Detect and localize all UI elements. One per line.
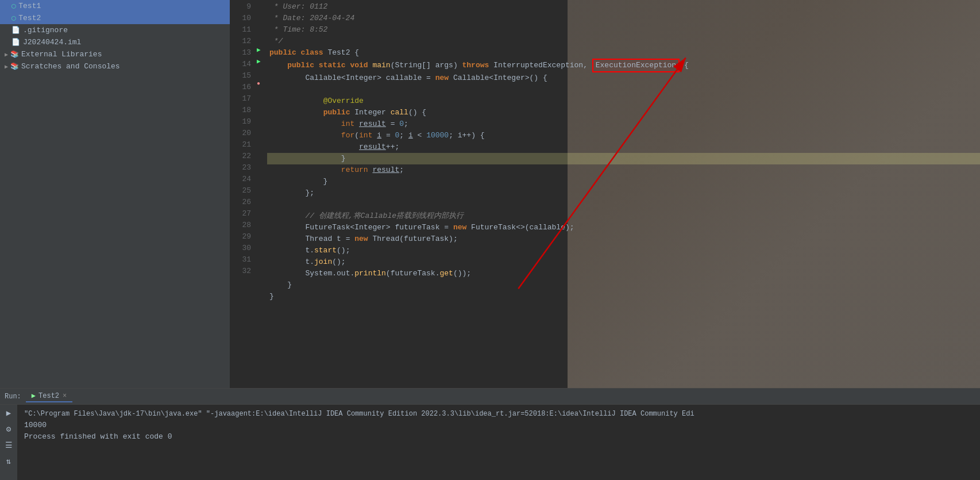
bottom-content: ▶ ⚙ ☰ ⇅ "C:\Program Files\Java\jdk-17\bi…	[0, 405, 980, 480]
console-icon: ▶	[32, 391, 36, 400]
java-file-icon: ◯	[11, 2, 16, 10]
settings-button[interactable]: ⚙	[3, 423, 14, 435]
ln-19: 19	[230, 116, 251, 128]
code-line-33: }	[267, 279, 980, 291]
file-icon-gitignore: 📄	[11, 26, 20, 34]
code-line-29: Thread t = new Thread(futureTask);	[267, 233, 980, 245]
scratches-icon: 📚	[10, 62, 19, 71]
console-output: "C:\Program Files\Java\jdk-17\bin\java.e…	[17, 405, 980, 480]
ln-32: 32	[230, 266, 251, 277]
code-line-18: public Integer call() {	[267, 107, 980, 118]
ln-10: 10	[230, 13, 251, 24]
editor-area: 9 10 11 12 13 14 15 16 17 18 19 20 21 22…	[230, 0, 980, 388]
line-numbers: 9 10 11 12 13 14 15 16 17 18 19 20 21 22…	[230, 0, 256, 388]
scroll-button[interactable]: ⇅	[3, 455, 14, 467]
sidebar-item-gitignore[interactable]: 📄 .gitignore	[0, 24, 230, 36]
ln-23: 23	[230, 162, 251, 174]
sidebar-label-test2: Test2	[18, 14, 41, 22]
code-line-28: FutureTask<Integer> futureTask = new Fut…	[267, 222, 980, 233]
ln-15: 15	[230, 70, 251, 82]
arrow-icon-scratches: ▶	[5, 63, 8, 70]
bottom-panel: Run: ▶ Test2 × ▶ ⚙ ☰ ⇅ "C:\Program Files…	[0, 388, 980, 480]
code-line-10: * Date: 2024-04-24	[267, 13, 980, 24]
ln-20: 20	[230, 128, 251, 139]
run-icon-line13[interactable]: ▶	[257, 46, 261, 53]
code-line-14: public static void main(String[] args) t…	[267, 59, 980, 72]
code-line-9: * User: 0112	[267, 1, 980, 13]
code-line-26	[267, 199, 980, 210]
ln-9: 9	[230, 1, 251, 13]
ln-30: 30	[230, 243, 251, 254]
console-command-line: "C:\Program Files\Java\jdk-17\bin\java.e…	[24, 408, 973, 420]
ln-14: 14	[230, 59, 251, 70]
code-line-27: // 创建线程,将Callable搭载到线程内部执行	[267, 210, 980, 222]
close-tab-button[interactable]: ×	[63, 392, 67, 400]
bottom-tools: ▶ ⚙ ☰ ⇅	[0, 405, 17, 480]
ln-21: 21	[230, 139, 251, 151]
ln-17: 17	[230, 93, 251, 105]
run-icon-line14[interactable]: ▶	[257, 57, 261, 65]
ln-27: 27	[230, 208, 251, 220]
ln-28: 28	[230, 220, 251, 231]
bottom-tab-label: Test2	[38, 392, 59, 400]
code-line-16	[267, 84, 980, 95]
format-button[interactable]: ☰	[3, 439, 14, 451]
console-output-value: 10000	[24, 420, 973, 431]
code-line-20: for(int i = 0; i < 10000; i++) {	[267, 130, 980, 141]
sidebar-label-external: External Libraries	[21, 50, 102, 59]
code-line-24: }	[267, 176, 980, 187]
ln-11: 11	[230, 24, 251, 36]
code-line-15: Callable<Integer> callable = new Callabl…	[267, 72, 980, 84]
ln-25: 25	[230, 185, 251, 197]
code-line-13: public class Test2 {	[267, 47, 980, 59]
bottom-tab-test2[interactable]: ▶ Test2 ×	[26, 390, 72, 402]
execution-exception-box: ExecutionException	[592, 59, 680, 72]
code-line-12: */	[267, 36, 980, 47]
ln-29: 29	[230, 231, 251, 243]
code-line-32: System.out.println(futureTask.get());	[267, 268, 980, 279]
sidebar-label-scratches: Scratches and Consoles	[21, 62, 120, 71]
sidebar-label-iml: J20240424.iml	[23, 38, 81, 47]
main-container: ◯ Test1 ◯ Test2 📄 .gitignore 📄 J20240424…	[0, 0, 980, 388]
code-line-23: return result;	[267, 164, 980, 176]
code-line-17: @Override	[267, 95, 980, 107]
sidebar-item-iml[interactable]: 📄 J20240424.iml	[0, 36, 230, 48]
sidebar-item-test2[interactable]: ◯ Test2	[0, 12, 230, 24]
ln-26: 26	[230, 197, 251, 208]
console-finished-message: Process finished with exit code 0	[24, 431, 973, 443]
code-container: 9 10 11 12 13 14 15 16 17 18 19 20 21 22…	[230, 0, 980, 388]
file-icon-iml: 📄	[11, 38, 20, 47]
code-line-11: * Time: 8:52	[267, 24, 980, 36]
code-line-21: result++;	[267, 141, 980, 153]
code-line-31: t.join();	[267, 256, 980, 268]
run-label: Run:	[5, 393, 21, 401]
arrow-icon-ext: ▶	[5, 51, 8, 58]
sidebar-item-external-libraries[interactable]: ▶ 📚 External Libraries	[0, 48, 230, 60]
ln-18: 18	[230, 105, 251, 116]
bottom-tabs: Run: ▶ Test2 ×	[0, 389, 980, 405]
ln-16: 16	[230, 82, 251, 93]
sidebar: ◯ Test1 ◯ Test2 📄 .gitignore 📄 J20240424…	[0, 0, 230, 388]
ln-12: 12	[230, 36, 251, 47]
code-line-19: int result = 0;	[267, 118, 980, 130]
code-line-25: };	[267, 187, 980, 199]
code-line-34: }	[267, 291, 980, 302]
run-again-button[interactable]: ▶	[3, 407, 14, 418]
code-line-30: t.start();	[267, 245, 980, 256]
sidebar-label-test1: Test1	[18, 2, 41, 10]
sidebar-label-gitignore: .gitignore	[23, 26, 68, 34]
code-lines[interactable]: * User: 0112 * Date: 2024-04-24 * Time: …	[267, 0, 980, 388]
sidebar-item-scratches[interactable]: ▶ 📚 Scratches and Consoles	[0, 60, 230, 72]
ln-31: 31	[230, 254, 251, 266]
sidebar-item-test1[interactable]: ◯ Test1	[0, 0, 230, 12]
java-file-icon-2: ◯	[11, 14, 16, 22]
ln-22: 22	[230, 151, 251, 162]
code-line-22: }	[267, 153, 980, 164]
ln-13: 13	[230, 47, 251, 59]
ln-24: 24	[230, 174, 251, 185]
folder-icon-ext: 📚	[10, 50, 19, 59]
gutter: ▶ ▶ ●	[256, 0, 267, 388]
bookmark-icon-line17: ●	[257, 80, 260, 87]
